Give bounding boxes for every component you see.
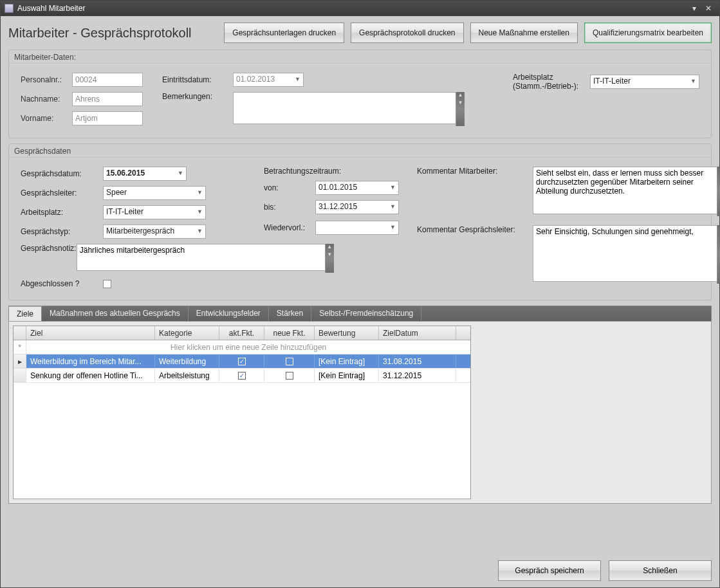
col-aktfkt[interactable]: akt.Fkt. [219,326,264,340]
cell-bewertung[interactable]: [Kein Eintrag] [315,354,379,368]
chevron-down-icon: ▼ [390,184,396,190]
close-button[interactable]: Schließen [609,560,712,581]
nachname-field[interactable] [72,92,143,106]
arbeitsplatz-conv-select[interactable]: IT-IT-Leiter ▼ [103,205,206,219]
scrollbar[interactable]: ▲▼ [325,244,334,273]
datum-field[interactable]: 15.06.2015 ▼ [103,167,187,181]
leiter-value: Speer [106,188,127,197]
scroll-down-icon[interactable]: ▼ [326,252,334,259]
komm-ma-field[interactable] [533,167,720,214]
checkbox-icon[interactable] [286,358,293,365]
cell-ziel[interactable]: Weiterbildung im Bereich Mitar... [26,354,155,368]
nachname-label: Nachname: [21,95,72,104]
checkbox-icon[interactable] [286,372,293,380]
checkbox-icon[interactable]: ✓ [238,372,246,380]
row-indicator-icon [14,369,26,382]
conversation-data-group: Gesprächsdaten Gesprächsdatum: 15.06.201… [8,143,712,300]
tab-einschaetzung[interactable]: Selbst-/Fremdeinschätzung [311,306,421,321]
bis-value: 31.12.2015 [318,202,357,211]
scroll-up-icon[interactable]: ▲ [717,167,720,174]
scroll-up-icon[interactable]: ▲ [717,225,720,233]
bemerkungen-label: Bemerkungen: [162,92,233,101]
scrollbar[interactable]: ▲▼ [456,92,465,126]
ziele-grid: Ziel Kategorie akt.Fkt. neue Fkt. Bewert… [13,326,471,499]
wiedervorl-label: Wiedervorl.: [264,223,315,232]
row-header-col [14,326,26,340]
col-bewertung[interactable]: Bewertung [315,326,379,340]
bis-date-field[interactable]: 31.12.2015 ▼ [315,200,399,214]
eintritt-label: Eintrittsdatum: [162,75,233,84]
abgeschlossen-checkbox[interactable] [103,280,111,288]
typ-select[interactable]: Mitarbeitergespräch ▼ [103,225,206,239]
personalnr-field[interactable] [72,73,143,87]
chevron-down-icon: ▼ [197,208,203,215]
window-options-icon[interactable]: ▾ [687,4,701,13]
personalnr-label: Personalnr.: [21,75,72,84]
cell-neufkt[interactable] [264,369,315,382]
scroll-down-icon[interactable]: ▼ [717,174,720,182]
cell-aktfkt[interactable]: ✓ [219,369,264,382]
grid-header: Ziel Kategorie akt.Fkt. neue Fkt. Bewert… [14,326,470,340]
col-zieldatum[interactable]: ZielDatum [379,326,456,340]
new-row-icon: * [14,340,26,354]
tab-staerken[interactable]: Stärken [269,306,311,321]
col-kategorie[interactable]: Kategorie [155,326,219,340]
zeitraum-label: Betrachtungszeitraum: [264,167,341,176]
print-protocol-button[interactable]: Gesprächsprotokoll drucken [351,23,463,43]
eintritt-value: 01.02.2013 [236,75,275,84]
cell-ziel[interactable]: Senkung der offenen Hotline Ti... [26,369,155,382]
employee-group-title: Mitarbeiter-Daten: [9,50,711,64]
abgeschlossen-label: Abgeschlossen ? [21,279,103,288]
app-icon [5,4,14,13]
cell-kategorie[interactable]: Weiterbildung [155,354,219,368]
komm-gl-label: Kommentar Gesprächsleiter: [417,225,526,281]
von-date-field[interactable]: 01.01.2015 ▼ [315,181,399,195]
notiz-label: Gesprächsnotiz: [21,244,77,253]
col-ziel[interactable]: Ziel [26,326,155,340]
bis-label: bis: [264,203,315,212]
cell-kategorie[interactable]: Arbeitsleistung [155,369,219,382]
bemerkungen-field[interactable] [233,92,465,124]
tab-entwicklungsfelder[interactable]: Entwicklungsfelder [189,306,269,321]
komm-gl-field[interactable] [533,225,720,282]
window-close-icon[interactable]: ✕ [701,4,715,13]
scroll-down-icon[interactable]: ▼ [717,233,720,241]
von-value: 01.01.2015 [318,183,357,192]
wiedervorl-field[interactable]: ▼ [315,221,399,235]
table-row[interactable]: Senkung der offenen Hotline Ti...Arbeits… [14,369,470,383]
notiz-field[interactable] [77,244,334,271]
grid-new-row[interactable]: * Hier klicken um eine neue Zeile hinzuz… [14,340,470,354]
scroll-down-icon[interactable]: ▼ [456,100,465,107]
cell-zieldatum[interactable]: 31.12.2015 [379,369,456,382]
arbeitsplatz-select[interactable]: IT-IT-Leiter ▼ [590,75,699,89]
typ-value: Mitarbeitergespräch [106,226,174,235]
chevron-down-icon: ▼ [197,228,203,234]
cell-bewertung[interactable]: [Kein Eintrag] [315,369,379,382]
col-neufkt[interactable]: neue Fkt. [264,326,315,340]
chevron-down-icon: ▼ [178,170,183,176]
chevron-down-icon: ▼ [390,203,396,210]
new-measure-button[interactable]: Neue Maßnahme erstellen [470,23,578,43]
typ-label: Gesprächstyp: [21,227,103,236]
cell-aktfkt[interactable]: ✓ [219,354,264,368]
leiter-select[interactable]: Speer ▼ [103,186,206,200]
scrollbar[interactable]: ▲▼ [717,167,720,216]
tab-massnahmen[interactable]: Maßnahmen des aktuellen Gesprächs [42,306,189,321]
datum-label: Gesprächsdatum: [21,169,103,178]
print-docs-button[interactable]: Gesprächsunterlagen drucken [224,23,344,43]
tab-ziele[interactable]: Ziele [9,306,42,321]
arbeitsplatz-conv-label: Arbeitsplatz: [21,208,103,217]
scroll-up-icon[interactable]: ▲ [456,92,465,100]
save-button[interactable]: Gespräch speichern [498,560,601,581]
checkbox-icon[interactable]: ✓ [238,358,246,365]
cell-zieldatum[interactable]: 31.08.2015 [379,354,456,368]
table-row[interactable]: ▸Weiterbildung im Bereich Mitar...Weiter… [14,354,470,369]
scroll-up-icon[interactable]: ▲ [326,244,334,252]
vorname-field[interactable] [72,111,143,125]
chevron-down-icon: ▼ [390,224,396,230]
komm-ma-label: Kommentar Mitarbeiter: [417,167,526,214]
cell-neufkt[interactable] [264,354,315,368]
scrollbar[interactable]: ▲▼ [717,225,720,284]
eintritt-date-field[interactable]: 01.02.2013 ▼ [233,73,304,87]
edit-qualification-matrix-button[interactable]: Qualifizierungsmatrix bearbeiten [584,23,712,43]
